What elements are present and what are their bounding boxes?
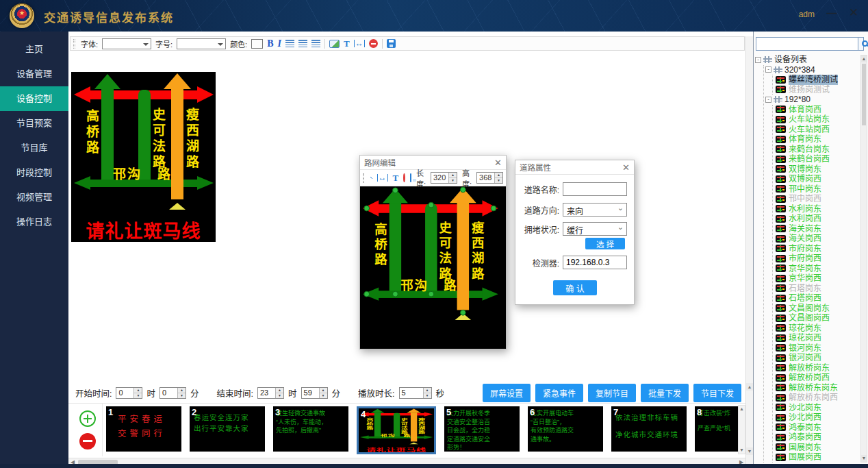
tree-device-文昌阁岗东[interactable]: 文昌阁岗东 xyxy=(776,304,860,314)
color-swatch[interactable] xyxy=(251,39,263,49)
road-network-canvas[interactable]: 高桥路史可法路瘦西湖路邗沟路 xyxy=(360,186,506,349)
road-name-input[interactable] xyxy=(563,182,627,196)
font-select[interactable] xyxy=(102,38,151,49)
tree-group-320*384[interactable]: -320*384 xyxy=(765,65,860,75)
minimize-button[interactable]: — xyxy=(824,5,839,21)
tree-device-沙北岗西[interactable]: 沙北岗西 xyxy=(776,412,860,423)
tree-device-文昌阁岗西[interactable]: 文昌阁岗西 xyxy=(776,313,860,323)
delete-button[interactable] xyxy=(403,173,405,182)
tree-root-device-list[interactable]: -设备列表 xyxy=(755,55,860,65)
length-spinner[interactable]: 320 ▲▼ xyxy=(431,172,457,184)
tree-collapse-icon[interactable]: - xyxy=(755,57,761,63)
arrow-tool-button[interactable]: ↔ xyxy=(377,174,388,182)
program-thumbnail-7[interactable]: 7依法治理非标车辆净化城市交通环境 xyxy=(611,406,687,452)
spinner-arrows[interactable]: ▲▼ xyxy=(319,388,327,398)
edit-handle[interactable] xyxy=(392,291,398,297)
close-icon[interactable]: ✕ xyxy=(622,163,630,172)
tree-device-海关岗西[interactable]: 海关岗西 xyxy=(776,234,860,244)
tree-device-银河岗东[interactable]: 银河岗东 xyxy=(776,343,860,354)
tree-group-192*80[interactable]: -192*80 xyxy=(765,95,860,105)
tree-device-双博岗东[interactable]: 双博岗东 xyxy=(776,164,860,175)
end-minute-spinner[interactable]: 59 ▲▼ xyxy=(301,387,328,399)
tree-device-石塔岗西[interactable]: 石塔岗西 xyxy=(776,293,860,304)
detector-input[interactable] xyxy=(563,256,627,269)
tree-device-琼花岗东[interactable]: 琼花岗东 xyxy=(776,323,860,334)
tree-device-国展岗东[interactable]: 国展岗东 xyxy=(776,443,860,453)
tree-device-石塔岗东[interactable]: 石塔岗东 xyxy=(776,284,860,294)
tree-device-海关岗东[interactable]: 海关岗东 xyxy=(776,224,860,234)
program-thumbnail-3[interactable]: 3发生轻微交通事故“人未伤，车能动，先拍照，后撤离” xyxy=(273,406,348,452)
tree-device-解放桥东岗西[interactable]: 解放桥东岗西 xyxy=(776,393,860,403)
edit-handle[interactable] xyxy=(460,310,466,316)
sidebar-item-设备控制[interactable]: 设备控制 xyxy=(0,86,68,111)
bold-button[interactable]: B xyxy=(267,38,273,49)
italic-button[interactable]: I xyxy=(278,38,281,49)
sidebar-item-时段控制[interactable]: 时段控制 xyxy=(0,160,68,185)
confirm-button[interactable]: 确 认 xyxy=(553,280,597,295)
program-thumbnail-1[interactable]: 1平安春运交警同行 xyxy=(106,406,181,452)
tree-device-市府岗西[interactable]: 市府岗西 xyxy=(776,254,860,264)
edit-handle[interactable] xyxy=(363,206,370,212)
tree-device-体育岗西[interactable]: 体育岗西 xyxy=(776,105,860,115)
align-left-button[interactable] xyxy=(285,40,294,47)
action-button-屏幕设置[interactable]: 屏幕设置 xyxy=(483,384,531,402)
edit-handle[interactable] xyxy=(392,187,398,193)
insert-image-button[interactable] xyxy=(329,40,340,48)
sidebar-item-设备管理[interactable]: 设备管理 xyxy=(0,62,68,86)
tree-device-邗中岗西[interactable]: 邗中岗西 xyxy=(776,194,860,204)
tree-device-鸿泰岗东[interactable]: 鸿泰岗东 xyxy=(776,423,860,433)
main-vertical-scrollbar[interactable]: ▲ ▼ xyxy=(745,36,753,464)
spinner-arrows[interactable]: ▲▼ xyxy=(177,388,186,398)
scrollbar-thumb[interactable] xyxy=(862,64,866,125)
scroll-up-icon[interactable]: ▲ xyxy=(746,383,753,391)
spacing-button[interactable]: ↔ xyxy=(354,40,365,47)
height-spinner[interactable]: 368 ▲▼ xyxy=(476,172,503,184)
text-tool-button[interactable]: T xyxy=(393,173,399,184)
tree-device-螺丝湾桥测试[interactable]: 螺丝湾桥测试 xyxy=(776,75,860,85)
close-button[interactable]: ✕ xyxy=(846,5,861,21)
action-button-批量下发[interactable]: 批量下发 xyxy=(641,384,689,402)
save-button[interactable] xyxy=(387,39,396,48)
scroll-down-icon[interactable]: ▼ xyxy=(861,455,867,462)
action-button-复制节目[interactable]: 复制节目 xyxy=(588,384,636,402)
edit-handle[interactable] xyxy=(428,291,434,297)
tree-device-解放桥东岗东[interactable]: 解放桥东岗东 xyxy=(776,383,860,393)
tree-scrollbar[interactable]: ▲ ▼ xyxy=(860,55,867,463)
tree-device-维扬岗测试[interactable]: 维扬岗测试 xyxy=(776,85,860,95)
start-minute-spinner[interactable]: 0 ▲▼ xyxy=(159,387,186,399)
edit-handle[interactable] xyxy=(460,186,466,193)
tree-device-火车站岗西[interactable]: 火车站岗西 xyxy=(776,125,860,135)
tree-device-来鹤台岗东[interactable]: 来鹤台岗东 xyxy=(776,145,860,155)
road-direction-select[interactable]: 来向 xyxy=(563,203,627,217)
scroll-down-icon[interactable]: ▼ xyxy=(739,447,745,454)
search-button[interactable] xyxy=(858,37,864,51)
delete-button[interactable] xyxy=(369,39,378,48)
tree-collapse-icon[interactable]: - xyxy=(765,66,771,73)
edit-handle[interactable] xyxy=(428,202,434,208)
sidebar-item-视频管理[interactable]: 视频管理 xyxy=(0,185,68,210)
remove-program-button[interactable] xyxy=(79,433,96,449)
dialog-titlebar[interactable]: 道路属性 ✕ xyxy=(515,160,634,175)
spinner-arrows[interactable]: ▲▼ xyxy=(494,173,502,183)
tree-device-市府岗东[interactable]: 市府岗东 xyxy=(776,244,860,254)
end-hour-spinner[interactable]: 23 ▲▼ xyxy=(257,387,284,399)
edit-handle[interactable] xyxy=(491,206,497,212)
tree-device-体育岗东[interactable]: 体育岗东 xyxy=(776,134,860,145)
tree-device-京华岗东[interactable]: 京华岗东 xyxy=(776,264,860,274)
sidebar-item-节目预案[interactable]: 节目预案 xyxy=(0,111,68,136)
scroll-down-icon[interactable]: ▼ xyxy=(746,447,753,455)
size-select[interactable] xyxy=(177,38,226,49)
scroll-up-icon[interactable]: ▲ xyxy=(861,56,867,62)
select-button[interactable]: 选 择 xyxy=(585,238,625,249)
tree-device-来鹤台岗西[interactable]: 来鹤台岗西 xyxy=(776,154,860,164)
device-search-input[interactable] xyxy=(756,37,858,51)
program-thumbnail-2[interactable]: 2春运安全连万家出行平安靠大家 xyxy=(190,406,265,452)
action-button-紧急事件[interactable]: 紧急事件 xyxy=(535,384,583,402)
tree-device-解放桥岗西[interactable]: 解放桥岗西 xyxy=(776,373,860,383)
tree-device-双博岗西[interactable]: 双博岗西 xyxy=(776,174,860,184)
draw-line-button[interactable] xyxy=(370,173,372,182)
program-thumbnail-8[interactable]: 8打击改装“炸严查严处“机 xyxy=(695,406,743,452)
align-right-button[interactable] xyxy=(311,40,320,47)
spinner-arrows[interactable]: ▲▼ xyxy=(448,173,457,183)
insert-text-button[interactable]: T xyxy=(344,38,350,49)
